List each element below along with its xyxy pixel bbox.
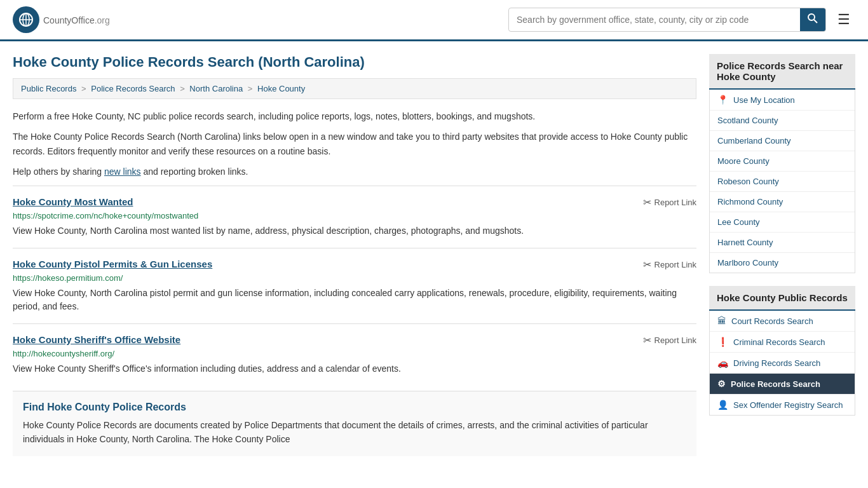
report-icon-2: ✂ — [643, 334, 651, 346]
report-link-2[interactable]: ✂ Report Link — [643, 334, 696, 346]
record-title-1[interactable]: Hoke County Pistol Permits & Gun License… — [13, 259, 212, 269]
public-records-list: 🏛 Court Records Search ❗ Criminal Record… — [709, 311, 855, 416]
page-title: Hoke County Police Records Search (North… — [13, 54, 696, 71]
record-entry: Hoke County Pistol Permits & Gun License… — [13, 248, 696, 323]
nearby-county-3[interactable]: Robeson County — [710, 172, 855, 192]
description-2: The Hoke County Police Records Search (N… — [13, 130, 696, 158]
public-record-link-2[interactable]: 🚗 Driving Records Search — [710, 353, 855, 373]
nearby-county-1[interactable]: Cumberland County — [710, 131, 855, 151]
record-desc-2: View Hoke County Sheriff's Office's info… — [13, 362, 696, 376]
find-title: Find Hoke County Police Records — [23, 402, 686, 413]
nearby-list: 📍 Use My Location Scotland CountyCumberl… — [709, 90, 855, 273]
nearby-header: Police Records Search near Hoke County — [709, 54, 855, 90]
breadcrumb: Public Records > Police Records Search >… — [13, 78, 696, 99]
nearby-county-2[interactable]: Moore County — [710, 151, 855, 172]
nearby-county-link-2[interactable]: Moore County — [710, 151, 855, 171]
description-3: Help others by sharing new links and rep… — [13, 165, 696, 179]
svg-point-5 — [808, 14, 815, 20]
record-desc-0: View Hoke County, North Carolina most wa… — [13, 224, 696, 238]
nearby-counties: Scotland CountyCumberland CountyMoore Co… — [710, 111, 855, 273]
nearby-county-link-1[interactable]: Cumberland County — [710, 131, 855, 151]
logo-text: CountyOffice.org — [43, 13, 110, 27]
main-container: Hoke County Police Records Search (North… — [0, 41, 868, 469]
report-icon-0: ✂ — [643, 196, 651, 208]
report-link-0[interactable]: ✂ Report Link — [643, 196, 696, 208]
public-record-icon-0: 🏛 — [717, 316, 726, 326]
public-record-item-1[interactable]: ❗ Criminal Records Search — [710, 332, 855, 353]
logo[interactable]: CountyOffice.org — [13, 6, 110, 33]
nearby-county-link-0[interactable]: Scotland County — [710, 111, 855, 130]
public-record-icon-3: ⚙ — [717, 379, 726, 389]
nearby-county-6[interactable]: Harnett County — [710, 233, 855, 253]
record-url-0: https://spotcrime.com/nc/hoke+county/mos… — [13, 211, 696, 220]
logo-icon — [13, 6, 39, 33]
public-record-item-0[interactable]: 🏛 Court Records Search — [710, 311, 855, 332]
nearby-section: Police Records Search near Hoke County 📍… — [709, 54, 855, 273]
nearby-county-5[interactable]: Lee County — [710, 212, 855, 233]
nearby-county-7[interactable]: Marlboro County — [710, 253, 855, 273]
breadcrumb-north-carolina[interactable]: North Carolina — [189, 84, 243, 93]
public-record-icon-1: ❗ — [717, 337, 728, 347]
public-record-icon-2: 🚗 — [717, 358, 728, 368]
search-bar — [508, 8, 826, 32]
public-record-item-4[interactable]: 👤 Sex Offender Registry Search — [710, 395, 855, 415]
record-url-2: http://hokecountysheriff.org/ — [13, 349, 696, 358]
records-container: Hoke County Most Wanted ✂ Report Link ht… — [13, 186, 696, 386]
search-button[interactable] — [800, 8, 825, 31]
record-url-1: https://hokeso.permitium.com/ — [13, 273, 696, 283]
record-header: Hoke County Most Wanted ✂ Report Link — [13, 196, 696, 208]
use-location-item[interactable]: 📍 Use My Location — [710, 90, 855, 111]
nearby-county-link-7[interactable]: Marlboro County — [710, 253, 855, 273]
breadcrumb-police-records-search[interactable]: Police Records Search — [91, 84, 175, 93]
record-entry: Hoke County Most Wanted ✂ Report Link ht… — [13, 186, 696, 248]
report-icon-1: ✂ — [643, 259, 651, 271]
menu-button[interactable]: ☰ — [832, 9, 855, 30]
public-record-item-2[interactable]: 🚗 Driving Records Search — [710, 353, 855, 374]
svg-line-6 — [814, 20, 817, 23]
nearby-county-link-6[interactable]: Harnett County — [710, 233, 855, 252]
public-records-section: Hoke County Public Records 🏛 Court Recor… — [709, 286, 855, 416]
public-record-link-1[interactable]: ❗ Criminal Records Search — [710, 332, 855, 352]
report-link-1[interactable]: ✂ Report Link — [643, 259, 696, 271]
record-header: Hoke County Sheriff's Office Website ✂ R… — [13, 334, 696, 346]
record-desc-1: View Hoke County, North Carolina pistol … — [13, 287, 696, 313]
public-record-icon-4: 👤 — [717, 400, 728, 410]
new-links-link[interactable]: new links — [104, 166, 141, 177]
sidebar: Police Records Search near Hoke County 📍… — [709, 54, 855, 456]
record-title-0[interactable]: Hoke County Most Wanted — [13, 196, 133, 207]
description-1: Perform a free Hoke County, NC public po… — [13, 109, 696, 123]
public-record-item-3[interactable]: ⚙ Police Records Search — [710, 374, 855, 395]
nearby-county-4[interactable]: Richmond County — [710, 192, 855, 212]
public-record-link-0[interactable]: 🏛 Court Records Search — [710, 311, 855, 331]
public-record-link-3[interactable]: ⚙ Police Records Search — [710, 374, 855, 394]
nearby-county-link-3[interactable]: Robeson County — [710, 172, 855, 191]
nearby-county-0[interactable]: Scotland County — [710, 111, 855, 131]
location-icon: 📍 — [717, 95, 728, 105]
record-entry: Hoke County Sheriff's Office Website ✂ R… — [13, 323, 696, 386]
site-header: CountyOffice.org ☰ — [0, 0, 868, 41]
nearby-county-link-4[interactable]: Richmond County — [710, 192, 855, 212]
find-desc: Hoke County Police Records are documents… — [23, 418, 686, 447]
search-input[interactable] — [509, 10, 800, 30]
public-records-header: Hoke County Public Records — [709, 286, 855, 311]
header-right: ☰ — [508, 8, 855, 32]
public-record-link-4[interactable]: 👤 Sex Offender Registry Search — [710, 395, 855, 415]
content-area: Hoke County Police Records Search (North… — [13, 54, 696, 456]
use-location-link[interactable]: 📍 Use My Location — [710, 90, 855, 110]
nearby-county-link-5[interactable]: Lee County — [710, 212, 855, 232]
record-header: Hoke County Pistol Permits & Gun License… — [13, 259, 696, 271]
breadcrumb-public-records[interactable]: Public Records — [21, 84, 76, 93]
find-section: Find Hoke County Police Records Hoke Cou… — [13, 391, 696, 457]
record-title-2[interactable]: Hoke County Sheriff's Office Website — [13, 334, 180, 345]
breadcrumb-hoke-county[interactable]: Hoke County — [257, 84, 305, 93]
